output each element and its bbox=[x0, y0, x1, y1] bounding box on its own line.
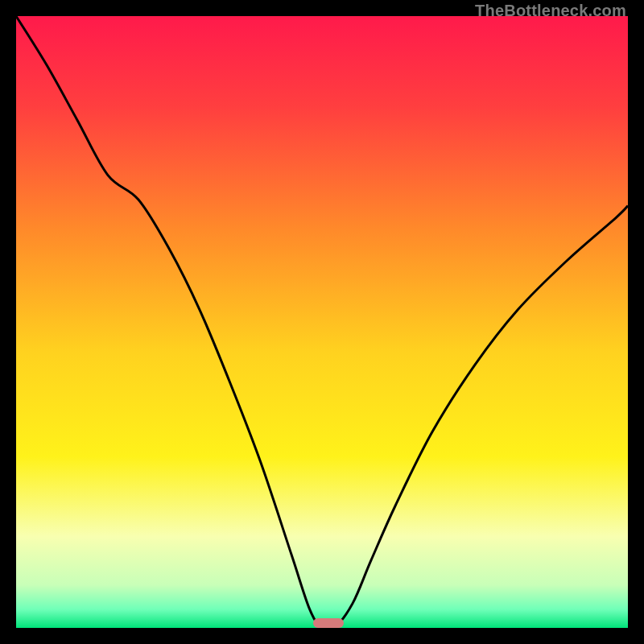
plot-area bbox=[16, 16, 628, 628]
bottleneck-curve bbox=[16, 16, 628, 630]
optimum-marker bbox=[313, 618, 344, 628]
chart-frame: TheBottleneck.com bbox=[0, 0, 644, 644]
watermark-text: TheBottleneck.com bbox=[475, 2, 626, 20]
curve-layer bbox=[16, 16, 628, 628]
